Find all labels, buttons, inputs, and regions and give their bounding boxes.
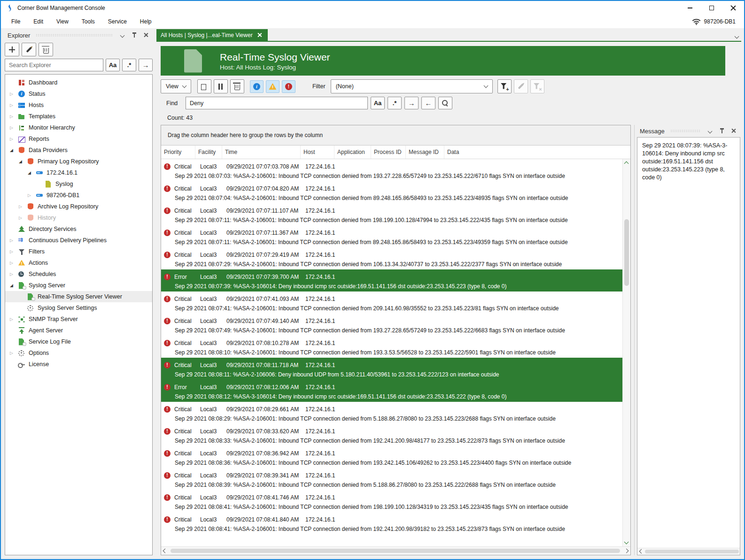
filter-dropdown[interactable]: (None) [331,79,493,93]
log-row[interactable]: ! Critical Local3 09/29/2021 07:07:11.36… [161,225,622,247]
clear-button[interactable] [230,79,244,93]
tree-item[interactable]: Real-Time Syslog Server Viewer [5,291,152,302]
expander-icon[interactable] [19,215,27,220]
explorer-close-button[interactable] [142,31,151,39]
log-row[interactable]: ! Critical Local3 09/29/2021 07:08:33.62… [161,424,622,446]
expander-icon[interactable] [10,114,18,119]
log-row[interactable]: ! Critical Local3 09/29/2021 07:07:11.10… [161,203,622,225]
explorer-collapse-button[interactable] [118,31,126,39]
find-previous-button[interactable]: ← [421,97,435,109]
log-row[interactable]: ! Critical Local3 09/29/2021 07:08:11.71… [161,358,622,380]
tree-item[interactable]: Hosts [5,100,152,111]
find-input[interactable] [186,97,368,109]
tree-item[interactable]: Service Log File [5,336,152,347]
expander-icon[interactable] [10,261,18,265]
panel-grip[interactable] [670,130,700,132]
log-row[interactable]: ! Critical Local3 09/29/2021 07:08:41.84… [161,512,622,534]
group-by-bar[interactable]: Drag the column header here to group the… [161,125,630,146]
log-row[interactable]: ! Critical Local3 09/29/2021 07:07:03.70… [161,159,622,181]
menu-item[interactable]: Edit [27,16,50,27]
expander-icon[interactable] [10,103,18,107]
tree-item[interactable]: Syslog Server [5,280,152,291]
minimize-button[interactable] [679,1,701,15]
regex-button[interactable]: .* [122,59,136,71]
scroll-left-icon[interactable] [163,549,168,553]
tree-item[interactable]: Dashboard [5,77,152,88]
menu-item[interactable]: Help [133,16,158,27]
expander-icon[interactable] [10,317,18,322]
menu-item[interactable]: File [5,16,27,27]
tree-item[interactable]: Archive Log Repository [5,201,152,212]
menu-item[interactable]: View [50,16,75,27]
tab-close-icon[interactable] [257,32,263,38]
scroll-up-icon[interactable] [624,161,629,166]
expander-icon[interactable] [28,193,36,198]
expander-icon[interactable] [28,170,36,175]
tree-item[interactable]: Data Providers [5,145,152,156]
log-row[interactable]: ! Error Local3 09/29/2021 07:08:12.006 A… [161,380,622,402]
message-horizontal-scrollbar[interactable] [637,548,740,555]
expander-icon[interactable] [10,148,18,153]
add-filter-button[interactable] [497,79,512,93]
message-pin-button[interactable] [718,127,726,135]
menu-item[interactable]: Tools [75,16,101,27]
horizontal-scrollbar[interactable] [161,546,630,555]
message-close-button[interactable] [730,127,738,135]
tree-item[interactable]: Syslog Server Settings [5,302,152,314]
vertical-scrollbar[interactable] [622,159,630,546]
show-info-toggle[interactable]: i [250,80,264,93]
tree-item[interactable]: Directory Services [5,223,152,235]
explorer-search-input[interactable] [5,59,103,71]
column-header[interactable]: Time [222,146,301,159]
tree-item[interactable]: Actions [5,257,152,268]
log-row[interactable]: ! Critical Local3 09/29/2021 07:08:10.27… [161,336,622,358]
tree-item[interactable]: Schedules [5,268,152,280]
tree-item[interactable]: Continuous Delivery Pipelines [5,235,152,246]
clear-filter-button[interactable] [530,79,544,93]
log-row[interactable]: ! Error Local3 09/29/2021 07:07:39.700 A… [161,269,622,292]
tree-item[interactable]: Syslog [5,178,152,190]
log-row[interactable]: ! Critical Local3 09/29/2021 07:08:29.66… [161,402,622,424]
tree-item[interactable]: History [5,212,152,223]
show-warning-toggle[interactable] [266,80,279,93]
edit-button[interactable] [22,43,36,56]
tab-realtime-viewer[interactable]: All Hosts | Syslog |...eal-Time Viewer [156,29,268,41]
pause-button[interactable] [214,79,228,93]
scroll-down-icon[interactable] [624,540,629,545]
tree-item[interactable]: License [5,359,152,370]
edit-filter-button[interactable] [514,79,528,93]
column-header[interactable]: Application [334,146,371,159]
log-row[interactable]: ! Critical Local3 09/29/2021 07:07:49.14… [161,314,622,336]
expander-icon[interactable] [10,92,18,96]
explorer-pin-button[interactable] [130,31,139,39]
column-header[interactable]: Priority [161,146,195,159]
column-header[interactable]: Host [301,146,334,159]
log-row[interactable]: ! Critical Local3 09/29/2021 07:07:41.09… [161,292,622,314]
tree-item[interactable]: Filters [5,246,152,257]
find-search-button[interactable] [438,97,452,109]
panel-grip[interactable] [36,34,112,37]
column-header[interactable]: Message ID [406,146,444,159]
log-row[interactable]: ! Critical Local3 09/29/2021 07:07:04.82… [161,181,622,203]
expander-icon[interactable] [10,249,18,254]
log-row[interactable]: ! Critical Local3 09/29/2021 07:07:29.41… [161,247,622,269]
message-collapse-button[interactable] [706,127,714,135]
menu-item[interactable]: Service [101,16,133,27]
search-next-button[interactable]: → [139,59,153,71]
column-header[interactable]: Facility [195,146,222,159]
close-button[interactable] [722,1,744,15]
message-scroll-thumb[interactable] [645,550,739,553]
tree-item[interactable]: Reports [5,133,152,145]
show-error-toggle[interactable]: ! [282,80,295,93]
scroll-left-icon[interactable] [639,549,644,554]
horizontal-scroll-thumb[interactable] [171,549,620,553]
column-header[interactable]: Data [444,146,630,159]
tree-item[interactable]: Status [5,88,152,100]
log-row[interactable]: ! Critical Local3 09/29/2021 07:08:41.74… [161,490,622,512]
expander-icon[interactable] [10,238,18,243]
tree-item[interactable]: SNMP Trap Server [5,314,152,325]
add-button[interactable] [5,43,19,56]
maximize-button[interactable] [701,1,722,15]
log-row[interactable]: ! Critical Local3 09/29/2021 07:08:39.34… [161,468,622,490]
expander-icon[interactable] [10,272,18,276]
